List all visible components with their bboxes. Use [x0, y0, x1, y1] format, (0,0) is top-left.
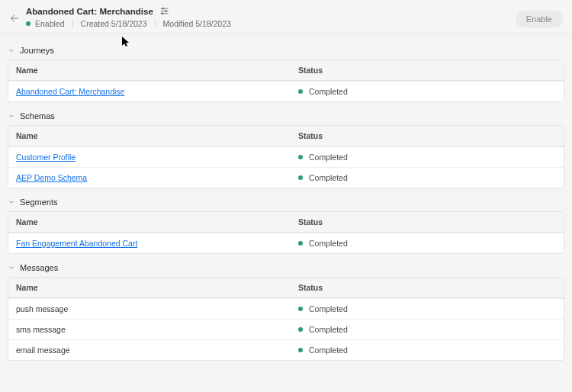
chevron-down-icon [8, 112, 15, 120]
section-schemas: Schemas Name Status Customer Profile Com… [8, 108, 564, 188]
col-header-status: Status [291, 212, 564, 232]
section-header-segments[interactable]: Segments [8, 194, 564, 211]
section-journeys: Journeys Name Status Abandoned Cart: Mer… [8, 43, 564, 102]
segment-link[interactable]: Fan Engagement Abandoned Cart [16, 239, 137, 248]
page-header: Abandoned Cart: Merchandise Enabled Crea… [0, 0, 572, 34]
section-title: Segments [20, 198, 58, 207]
back-arrow-icon[interactable] [8, 12, 20, 24]
status-text: Completed [309, 173, 348, 182]
section-header-schemas[interactable]: Schemas [8, 108, 564, 125]
table-row: Customer Profile Completed [8, 146, 564, 167]
section-segments: Segments Name Status Fan Engagement Aban… [8, 194, 564, 254]
status-text: Completed [309, 304, 348, 313]
section-title: Messages [20, 263, 58, 272]
table-row: Fan Engagement Abandoned Cart Completed [8, 233, 564, 253]
col-header-name: Name [8, 212, 291, 232]
section-messages: Messages Name Status push message Comple… [8, 260, 564, 361]
chevron-down-icon [8, 264, 15, 272]
message-name: sms message [16, 325, 66, 334]
settings-sliders-icon[interactable] [159, 6, 169, 16]
table-header: Name Status [8, 126, 564, 146]
schema-link[interactable]: AEP Demo Schema [16, 173, 87, 182]
status-dot-icon [298, 327, 303, 332]
status-text: Completed [309, 325, 348, 334]
table-row: email message Completed [8, 339, 564, 360]
created-label: Created [81, 19, 109, 28]
status-dot-icon [298, 307, 303, 311]
status-enabled: Enabled [26, 19, 72, 28]
col-header-status: Status [291, 126, 564, 146]
message-name: email message [16, 345, 70, 355]
table-row: AEP Demo Schema Completed [8, 167, 564, 188]
modified-label: Modified [163, 19, 194, 28]
col-header-name: Name [8, 60, 291, 80]
table-row: sms message Completed [8, 319, 564, 339]
created-date: 5/18/2023 [111, 19, 147, 28]
status-text: Completed [309, 153, 348, 162]
status-dot-icon [298, 89, 303, 94]
created-meta: Created 5/18/2023 [73, 19, 155, 28]
header-main: Abandoned Cart: Merchandise Enabled Crea… [26, 6, 239, 28]
schema-link[interactable]: Customer Profile [16, 153, 76, 162]
table-header: Name Status [8, 212, 564, 233]
status-text: Completed [309, 345, 348, 355]
table-header: Name Status [8, 278, 564, 298]
message-name: push message [16, 304, 68, 313]
status-enabled-label: Enabled [35, 19, 65, 28]
table-header: Name Status [8, 60, 564, 81]
col-header-status: Status [291, 278, 564, 297]
status-dot-icon [298, 241, 303, 246]
page-title: Abandoned Cart: Merchandise [26, 7, 153, 16]
section-header-journeys[interactable]: Journeys [8, 43, 564, 59]
content-area: Journeys Name Status Abandoned Cart: Mer… [0, 34, 572, 370]
messages-table: Name Status push message Completed sms m… [8, 277, 564, 361]
chevron-down-icon [8, 198, 15, 206]
table-row: Abandoned Cart: Merchandise Completed [8, 81, 564, 101]
modified-meta: Modified 5/18/2023 [156, 19, 239, 28]
status-dot-icon [26, 21, 31, 26]
header-meta: Enabled Created 5/18/2023 Modified 5/18/… [26, 19, 239, 28]
journey-link[interactable]: Abandoned Cart: Merchandise [16, 87, 124, 96]
segments-table: Name Status Fan Engagement Abandoned Car… [8, 211, 564, 254]
status-dot-icon [298, 155, 303, 159]
section-title: Journeys [20, 46, 54, 55]
col-header-status: Status [291, 60, 564, 80]
chevron-down-icon [8, 47, 15, 54]
modified-date: 5/18/2023 [195, 19, 231, 28]
col-header-name: Name [8, 278, 291, 297]
status-text: Completed [309, 239, 348, 248]
status-dot-icon [298, 348, 303, 352]
status-dot-icon [298, 175, 303, 180]
table-row: push message Completed [8, 298, 564, 319]
col-header-name: Name [8, 126, 291, 146]
schemas-table: Name Status Customer Profile Completed A… [8, 125, 564, 188]
enable-button[interactable]: Enable [516, 11, 563, 27]
journeys-table: Name Status Abandoned Cart: Merchandise … [8, 59, 564, 102]
section-title: Schemas [20, 111, 55, 120]
status-text: Completed [309, 87, 348, 96]
section-header-messages[interactable]: Messages [8, 260, 564, 277]
